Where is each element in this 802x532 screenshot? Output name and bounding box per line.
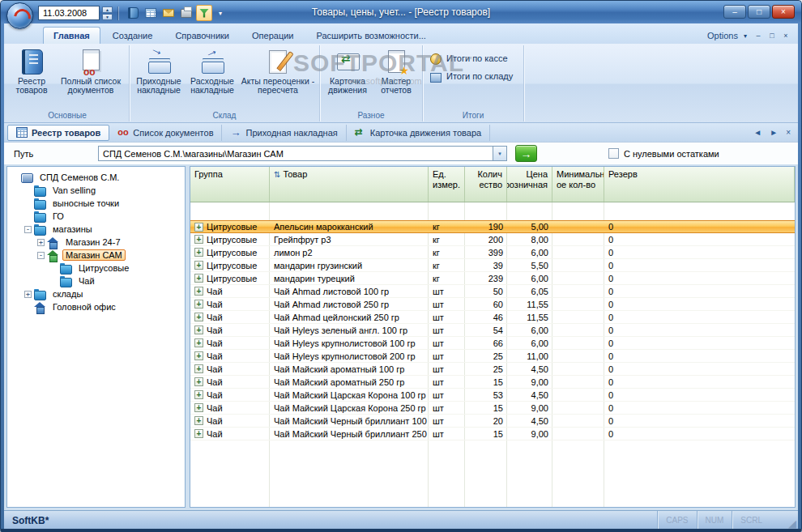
movement-card-button[interactable]: Карточка движения (322, 46, 373, 108)
tree-expander-icon[interactable]: - (37, 252, 45, 259)
table-row[interactable]: + Чай Чай Майский Черный бриллиант 100 г… (190, 415, 795, 428)
spin-up-icon[interactable]: ▲ (102, 6, 113, 13)
row-expand-icon[interactable]: + (194, 261, 203, 270)
table-row[interactable]: + Цитрусовые Апельсин марокканский кг 19… (190, 220, 795, 233)
tree-item[interactable]: Чай (7, 275, 185, 287)
tree-expander-icon[interactable]: - (24, 226, 32, 233)
table-row[interactable]: + Цитрусовые мандарин грузинский кг 39 5… (190, 259, 795, 272)
full-document-list-button[interactable]: Полный список документов (55, 46, 126, 108)
checkbox-box[interactable] (608, 148, 619, 159)
column-header[interactable]: ⇅ Группа (190, 167, 270, 202)
outgoing-invoices-button[interactable]: Расходные накладные (186, 46, 239, 108)
path-combobox[interactable]: СПД Семенов С.М.\магазины\Магазин САМ ▼ (98, 146, 507, 161)
tree-item[interactable]: Цитрусовые (7, 262, 185, 275)
next-tab-button[interactable]: ► (770, 128, 778, 137)
row-expand-icon[interactable]: + (194, 235, 203, 244)
column-header[interactable]: ⇅ Ед. измер. (429, 167, 465, 202)
document-tab[interactable]: Реестр товаров (7, 125, 109, 141)
table-row[interactable]: + Чай Чай Майский ароматный 100 гр шт 25… (190, 363, 795, 376)
stock-totals-button[interactable]: Итоги по складу (425, 68, 521, 84)
table-row[interactable]: + Цитрусовые Грейпфрут р3 кг 200 8,00 0 (190, 233, 795, 246)
row-expand-icon[interactable]: + (194, 313, 203, 321)
column-header[interactable]: ⇅ Минимальн ое кол-во (552, 167, 604, 202)
spin-down-icon[interactable]: ▼ (102, 14, 113, 20)
row-expand-icon[interactable]: + (194, 338, 203, 347)
tree-expander-icon[interactable]: + (24, 291, 32, 298)
tree-item[interactable]: - магазины (7, 223, 185, 236)
tree-item[interactable]: + склады (7, 287, 185, 300)
resize-grip[interactable]: ◢ (788, 518, 796, 529)
row-expand-icon[interactable]: + (194, 351, 203, 360)
mdi-minimize-button[interactable]: – (753, 32, 764, 40)
go-button[interactable]: → (515, 145, 537, 162)
print-button[interactable] (178, 5, 194, 21)
goods-registry-button[interactable]: Реестр товаров (8, 46, 55, 108)
ribbon-tab[interactable]: Главная (43, 27, 100, 44)
table-row[interactable]: + Чай Чай Hyleys крупнолистовой 200 гр ш… (190, 350, 795, 363)
incoming-invoices-button[interactable]: Приходные накладные (132, 46, 186, 108)
table-row[interactable]: + Чай Чай Ahmad листовой 250 гр шт 60 11… (190, 298, 795, 311)
ribbon-tab[interactable]: Справочники (164, 27, 240, 44)
table-row[interactable]: + Цитрусовые лимон р2 кг 399 6,00 0 (190, 246, 795, 259)
tree-item[interactable]: Головной офис (7, 300, 185, 313)
row-expand-icon[interactable]: + (194, 403, 203, 412)
table-row[interactable]: + Чай Чай Ahmad листовой 100 гр шт 50 6,… (190, 285, 795, 298)
row-expand-icon[interactable]: + (194, 287, 203, 296)
row-expand-icon[interactable]: + (194, 223, 203, 232)
table-row[interactable]: + Цитрусовые мандарин турецкий кг 239 6,… (190, 272, 795, 285)
ribbon-tab[interactable]: Операции (241, 27, 304, 44)
tree-item[interactable]: + Магазин 24-7 (7, 236, 185, 249)
column-header[interactable]: ⇅ Резерв (604, 167, 795, 202)
table-row[interactable]: + Чай Чай Ahmad цейлонский 250 гр шт 46 … (190, 311, 795, 324)
row-expand-icon[interactable]: + (194, 377, 203, 386)
row-expand-icon[interactable]: + (194, 364, 203, 373)
path-value[interactable]: СПД Семенов С.М.\магазины\Магазин САМ (99, 147, 493, 160)
app-logo-icon[interactable] (6, 2, 33, 29)
options-caret-icon[interactable]: ▾ (744, 32, 747, 40)
row-expand-icon[interactable]: + (194, 274, 203, 283)
tree-item[interactable]: ГО (7, 210, 185, 223)
filter-button[interactable] (196, 5, 212, 21)
close-button[interactable]: × (772, 5, 795, 19)
minimize-button[interactable]: – (723, 5, 746, 19)
mdi-close-button[interactable]: × (780, 32, 791, 40)
cash-totals-button[interactable]: Итоги по кассе (425, 50, 521, 66)
table-row[interactable]: + Чай Чай Hyleys зеленый англ. 100 гр шт… (190, 324, 795, 337)
journal-button[interactable] (125, 5, 141, 21)
table-button[interactable] (143, 5, 159, 21)
report-wizard-button[interactable]: Мастер отчетов (373, 46, 420, 108)
table-row[interactable]: + Чай Чай Майский ароматный 250 гр шт 15… (190, 376, 795, 389)
column-header[interactable]: ⇅ Цена розничная (507, 167, 552, 202)
table-row[interactable]: + Чай Чай Hyleys крупнолистовой 100 гр ш… (190, 337, 795, 350)
table-row[interactable]: + Чай Чай Майский Черный бриллиант 250 г… (190, 428, 795, 440)
row-expand-icon[interactable]: + (194, 416, 203, 425)
table-row[interactable]: + Чай Чай Майский Царская Корона 250 гр … (190, 402, 795, 415)
tree-item[interactable]: Van selling (7, 184, 185, 197)
ribbon-tab[interactable]: Расширить возможности... (305, 27, 436, 44)
tree-item[interactable]: СПД Семенов С.М. (7, 171, 185, 184)
toolbar-more-button[interactable]: ▾ (215, 5, 226, 21)
tree-item[interactable]: - Магазин САМ (7, 249, 185, 262)
row-expand-icon[interactable]: + (194, 248, 203, 257)
column-header[interactable]: ⇅ Товар (270, 167, 429, 202)
close-tab-button[interactable]: × (786, 128, 791, 137)
maximize-button[interactable]: □ (748, 5, 770, 19)
document-tab[interactable]: Карточка движения товара (347, 125, 490, 141)
revaluation-acts-button[interactable]: Акты переоценки - пересчета (239, 46, 317, 108)
prev-tab-button[interactable]: ◄ (753, 128, 761, 137)
tree-expander-icon[interactable]: + (37, 239, 45, 246)
options-button[interactable]: Options (707, 31, 738, 40)
row-expand-icon[interactable]: + (194, 390, 203, 399)
mdi-restore-button[interactable]: □ (766, 32, 778, 40)
row-expand-icon[interactable]: + (194, 326, 203, 334)
date-spinner[interactable]: ▲ ▼ (102, 6, 113, 20)
date-field[interactable]: 11.03.2008 (38, 6, 100, 20)
combo-dropdown-icon[interactable]: ▼ (493, 147, 506, 160)
table-row[interactable]: + Чай Чай Майский Царская Корона 100 гр … (190, 389, 795, 402)
document-tab[interactable]: Приходная накладная (222, 125, 346, 141)
row-expand-icon[interactable]: + (194, 300, 203, 309)
mail-button[interactable] (160, 5, 177, 21)
row-expand-icon[interactable]: + (194, 429, 203, 438)
column-header[interactable]: ⇅ Колич ество (465, 167, 507, 202)
zero-stock-checkbox[interactable]: С нулевыми остатками (608, 148, 719, 159)
